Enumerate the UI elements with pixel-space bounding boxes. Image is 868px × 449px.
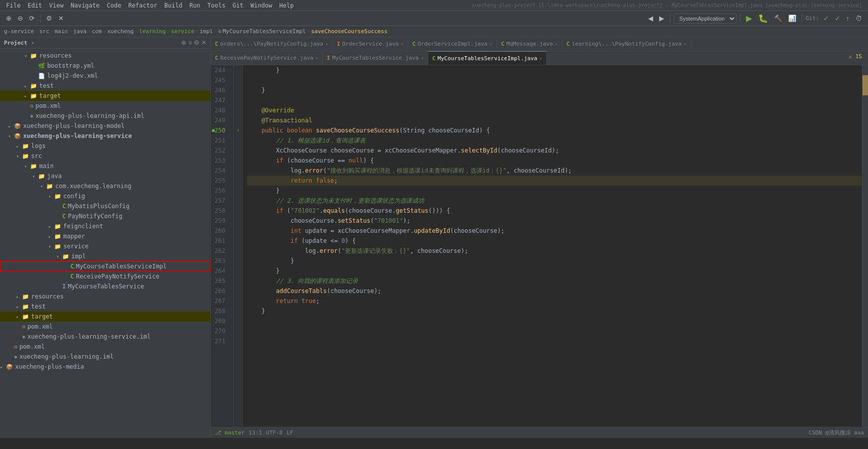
tree-item-api-iml[interactable]: ✱ xuecheng-plus-learning-api.iml <box>0 111 210 121</box>
tab-close-btn[interactable]: ✕ <box>684 41 687 47</box>
tree-item-feignclient[interactable]: ▸ 📁 feignclient <box>0 221 210 231</box>
tree-item-mycourse-service[interactable]: I MyCourseTablesService <box>0 281 210 291</box>
menu-window[interactable]: Window <box>247 1 275 10</box>
tree-item-impl-folder[interactable]: ▾ 📁 impl <box>0 251 210 261</box>
bc-com[interactable]: com <box>92 28 102 35</box>
tree-item-resources[interactable]: ▾ 📁 resources <box>0 51 210 61</box>
git-more-btn[interactable]: ⏱ <box>853 14 864 23</box>
folder-icon: 📁 <box>22 153 29 160</box>
tab-close-btn[interactable]: ✕ <box>325 41 328 47</box>
tree-item-main[interactable]: ▾ 📁 main <box>0 161 210 171</box>
tree-item-java[interactable]: ▾ 📁 java <box>0 171 210 181</box>
line-num-269: 269 <box>211 316 229 326</box>
tree-item-resources2[interactable]: ▸ 📁 resources <box>0 291 210 302</box>
collapse-all-btn[interactable]: ⊖ <box>16 14 25 23</box>
profile-btn[interactable]: 📊 <box>786 14 798 23</box>
module-icon: 📦 <box>14 123 21 129</box>
bc-class[interactable]: MyCourseTablesServiceImpl <box>222 28 306 35</box>
tab-close-btn[interactable]: ✕ <box>401 41 404 47</box>
bc-java[interactable]: java <box>73 28 87 35</box>
sidebar-dropdown-arrow[interactable]: ▾ <box>31 40 34 46</box>
tree-item-pom-root[interactable]: m pom.xml <box>0 342 210 352</box>
back-btn[interactable]: ◀ <box>646 14 655 23</box>
tree-item-bootstrap-yml[interactable]: 🌿 bootstrap.yml <box>0 61 210 71</box>
menu-view[interactable]: View <box>46 1 67 10</box>
close-panel-btn[interactable]: ✕ <box>56 14 66 23</box>
tab-receive-pay[interactable]: C ReceivePayNotifyService.java ✕ <box>211 51 323 65</box>
tree-item-test[interactable]: ▸ 📁 test <box>0 81 210 91</box>
tab-close-btn[interactable]: ✕ <box>539 56 542 61</box>
menu-git[interactable]: Git <box>229 1 246 10</box>
sidebar-close-btn[interactable]: ✕ <box>201 39 206 46</box>
tree-item-config[interactable]: ▾ 📁 config <box>0 191 210 201</box>
tab-close-btn[interactable]: ✕ <box>555 41 558 47</box>
tree-item-mybatis-config[interactable]: C MybatisPlusConfig <box>0 201 210 211</box>
git-commit-btn[interactable]: ✓ <box>821 14 831 23</box>
menu-build[interactable]: Build <box>161 1 185 10</box>
settings-btn[interactable]: ⚙ <box>44 14 54 23</box>
bc-service[interactable]: g-service <box>4 28 34 35</box>
tab-pay-notify-orders[interactable]: C orders\...\PayNotifyConfig.java ✕ <box>211 37 333 51</box>
tab-mycourse-impl[interactable]: C MyCourseTablesServiceImpl.java ✕ <box>428 51 547 65</box>
tree-item-receive-service[interactable]: C ReceivePayNotifyService <box>0 271 210 281</box>
tree-item-com-xuecheng[interactable]: ▾ 📁 com.xuecheng.learning <box>0 181 210 191</box>
tree-item-service-folder[interactable]: ▾ 📁 service <box>0 241 210 251</box>
tree-item-src[interactable]: ▾ 📁 src <box>0 151 210 161</box>
tree-item-pom2[interactable]: m pom.xml <box>0 322 210 332</box>
menu-navigate[interactable]: Navigate <box>68 1 103 10</box>
menu-code[interactable]: Code <box>104 1 125 10</box>
expand-all-btn[interactable]: ⊕ <box>4 14 14 23</box>
tree-item-log4j2[interactable]: 📄 log4j2-dev.xml <box>0 71 210 81</box>
bc-learning[interactable]: learning <box>139 28 166 35</box>
forward-btn[interactable]: ▶ <box>657 14 666 23</box>
tree-label: xuecheng-plus-learning.iml <box>20 353 114 360</box>
tab-close-btn[interactable]: ✕ <box>489 41 492 47</box>
tree-label: mapper <box>63 233 85 240</box>
menu-run[interactable]: Run <box>186 1 203 10</box>
tree-item-media-module[interactable]: ▸ 📦 xuecheng-plus-media <box>0 362 210 372</box>
code-area[interactable]: } } @Override @Transactional public bool… <box>243 65 862 427</box>
tree-item-logs[interactable]: ▸ 📁 logs <box>0 141 210 151</box>
git-push-btn[interactable]: ✓ <box>833 14 842 23</box>
tree-item-service-iml[interactable]: ✱ xuecheng-plus-learning-service.iml <box>0 332 210 342</box>
tab-close-btn[interactable]: ✕ <box>421 55 424 61</box>
debug-btn[interactable]: 🐛 <box>756 13 770 24</box>
tree-item-target1[interactable]: ▸ 📁 target <box>0 91 210 101</box>
tab-order-service-impl[interactable]: C OrderServiceImpl.java ✕ <box>408 37 497 51</box>
tree-item-mapper[interactable]: ▸ 📁 mapper <box>0 231 210 241</box>
sidebar-expand-btn[interactable]: ⊕ <box>181 39 186 46</box>
bc-main[interactable]: main <box>55 28 68 35</box>
tab-mq-message[interactable]: C MqMessage.java ✕ <box>497 37 562 51</box>
bc-src[interactable]: src <box>39 28 49 35</box>
menu-file[interactable]: File <box>3 1 24 10</box>
tab-pay-notify-learning[interactable]: C learning\...\PayNotifyConfig.java ✕ <box>562 37 691 51</box>
tree-item-target2[interactable]: ▸ 📁 target <box>0 312 210 322</box>
tree-item-pom1[interactable]: m pom.xml <box>0 101 210 111</box>
git-update-btn[interactable]: ↑ <box>844 14 852 23</box>
sidebar-collapse-btn[interactable]: ≡ <box>188 39 192 46</box>
tree-item-model-module[interactable]: ▸ 📦 xuecheng-plus-learning-model <box>0 121 210 131</box>
bc-xuecheng[interactable]: xuecheng <box>107 28 134 35</box>
menu-refactor[interactable]: Refactor <box>125 1 160 10</box>
tree-item-learning-iml[interactable]: ✱ xuecheng-plus-learning.iml <box>0 352 210 362</box>
menu-edit[interactable]: Edit <box>25 1 45 10</box>
bc-service-node[interactable]: service <box>171 28 194 35</box>
bc-impl[interactable]: impl <box>200 28 213 35</box>
tree-item-service-module[interactable]: ▾ 📦 xuecheng-plus-learning-service <box>0 131 210 141</box>
tab-order-service[interactable]: I OrderService.java ✕ <box>333 37 408 51</box>
run-btn[interactable]: ▶ <box>744 13 754 24</box>
sidebar-settings-btn[interactable]: ⚙ <box>194 39 199 46</box>
menu-tools[interactable]: Tools <box>204 1 228 10</box>
toolbar-sep2 <box>670 14 670 23</box>
bc-method[interactable]: saveChooseCourseSuccess <box>311 28 388 35</box>
run-config-dropdown[interactable]: SystemApplication <box>674 14 736 24</box>
build-btn[interactable]: 🔨 <box>772 14 784 23</box>
tree-item-test2[interactable]: ▸ 📁 test <box>0 302 210 312</box>
sync-btn[interactable]: ⟳ <box>27 14 37 23</box>
tree-item-pay-notify-config[interactable]: C PayNotifyConfig <box>0 211 210 221</box>
tree-label: pom.xml <box>20 343 45 350</box>
tree-item-mycourse-impl[interactable]: C MyCourseTablesServiceImpl <box>0 261 210 271</box>
tab-close-btn[interactable]: ✕ <box>315 55 318 61</box>
menu-help[interactable]: Help <box>276 1 297 10</box>
tab-mycourse-service[interactable]: I MyCourseTablesService.java ✕ <box>323 51 428 65</box>
